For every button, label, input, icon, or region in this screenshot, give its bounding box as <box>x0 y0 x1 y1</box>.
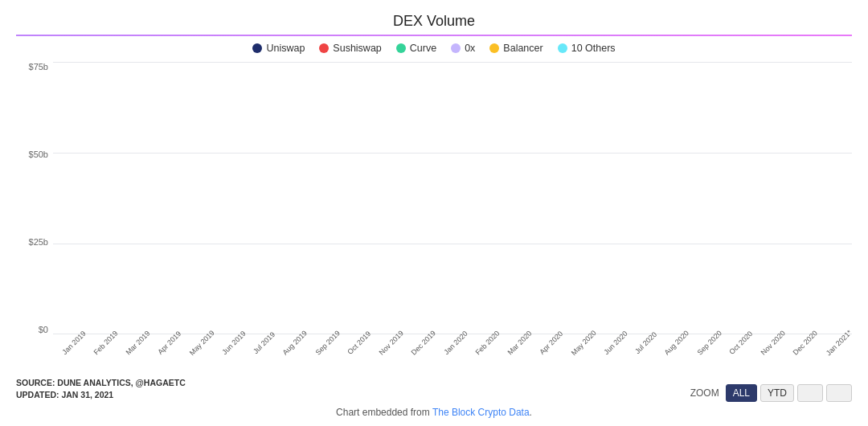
zoom-controls: ZOOM ALLYTD <box>690 384 852 402</box>
bar-group <box>533 62 563 335</box>
legend-dot-curve <box>396 43 406 53</box>
bar-group <box>723 62 754 335</box>
zoom-buttons: ALLYTD <box>726 384 852 402</box>
zoom-btn-btn4[interactable] <box>826 384 852 402</box>
chart-area: $75b$50b$25b$0 Jan 2019Feb 2019Mar 2019A… <box>16 62 852 372</box>
source-info: SOURCE: DUNE ANALYTICS, @HAGAETC UPDATED… <box>16 377 186 403</box>
zoom-btn-all[interactable]: ALL <box>726 384 757 402</box>
bar-group <box>183 62 214 335</box>
legend-dot-sushiswap <box>319 43 329 53</box>
legend-dot-0x <box>451 43 461 53</box>
legend-dot-uniswap <box>252 43 262 53</box>
bar-group <box>628 62 658 335</box>
bar-group <box>310 62 341 335</box>
bar-group <box>755 62 785 335</box>
embed-link[interactable]: The Block Crypto Data <box>432 407 530 418</box>
footer: SOURCE: DUNE ANALYTICS, @HAGAETC UPDATED… <box>16 377 852 403</box>
y-label: $25b <box>29 237 48 247</box>
legend-label-balancer: Balancer <box>503 43 542 54</box>
x-labels: Jan 2019Feb 2019Mar 2019Apr 2019May 2019… <box>53 335 852 372</box>
bar-group <box>342 62 373 335</box>
zoom-btn-btn3[interactable] <box>797 384 823 402</box>
chart-container: DEX Volume Uniswap Sushiswap Curve 0x Ba… <box>0 0 868 426</box>
top-line <box>16 35 852 36</box>
bar-group <box>88 62 119 335</box>
bar-group <box>279 62 309 335</box>
updated-text: UPDATED: JAN 31, 2021 <box>16 389 186 402</box>
source-text: SOURCE: DUNE ANALYTICS, @HAGAETC <box>16 377 186 390</box>
y-label: $75b <box>29 62 48 72</box>
embed-text: Chart embedded from The Block Crypto Dat… <box>16 407 852 418</box>
bar-group <box>406 62 436 335</box>
legend: Uniswap Sushiswap Curve 0x Balancer 10 O… <box>16 43 852 54</box>
legend-item-others: 10 Others <box>558 43 616 54</box>
bar-group <box>564 62 595 335</box>
bar-group <box>501 62 531 335</box>
bar-group <box>120 62 150 335</box>
bar-group <box>374 62 404 335</box>
bar-group <box>56 62 87 335</box>
legend-item-uniswap: Uniswap <box>252 43 305 54</box>
legend-label-uniswap: Uniswap <box>266 43 305 54</box>
legend-label-0x: 0x <box>465 43 475 54</box>
bar-group <box>787 62 817 335</box>
bar-group <box>247 62 277 335</box>
bar-group <box>818 62 849 335</box>
legend-item-balancer: Balancer <box>489 43 542 54</box>
zoom-btn-ytd[interactable]: YTD <box>760 384 794 402</box>
legend-dot-balancer <box>489 43 499 53</box>
bar-group <box>596 62 627 335</box>
legend-item-0x: 0x <box>451 43 475 54</box>
bar-group <box>691 62 722 335</box>
legend-dot-others <box>558 43 567 53</box>
y-label: $50b <box>29 150 48 159</box>
y-label: $0 <box>39 325 48 334</box>
legend-label-curve: Curve <box>410 43 436 54</box>
chart-inner: Jan 2019Feb 2019Mar 2019Apr 2019May 2019… <box>53 62 852 372</box>
legend-item-curve: Curve <box>396 43 436 54</box>
bar-group <box>215 62 246 335</box>
legend-label-others: 10 Others <box>571 43 616 54</box>
legend-item-sushiswap: Sushiswap <box>319 43 381 54</box>
bar-group <box>437 62 468 335</box>
bars-container <box>53 62 852 335</box>
bar-group <box>469 62 500 335</box>
bar-group <box>660 62 690 335</box>
y-axis: $75b$50b$25b$0 <box>16 62 53 372</box>
zoom-label: ZOOM <box>690 387 719 399</box>
chart-title: DEX Volume <box>16 13 852 30</box>
legend-label-sushiswap: Sushiswap <box>333 43 381 54</box>
bar-group <box>152 62 182 335</box>
